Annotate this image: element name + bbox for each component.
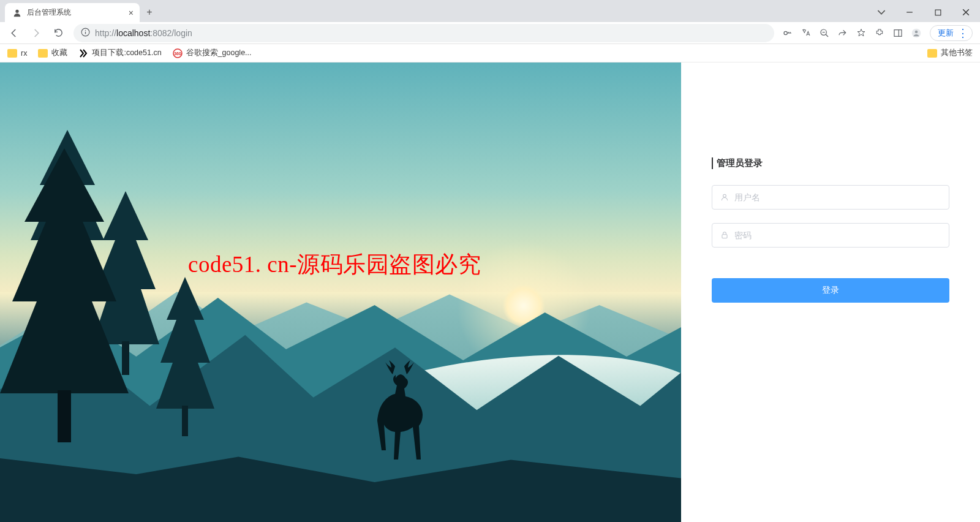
tab-strip: 后台管理系统 × + xyxy=(0,0,980,22)
bookmark-item[interactable]: 项目下载:code51.cn xyxy=(78,48,161,58)
svg-rect-23 xyxy=(182,406,188,436)
svg-rect-25 xyxy=(722,235,727,238)
window-maximize-icon[interactable] xyxy=(924,2,952,22)
svg-marker-20 xyxy=(0,148,129,393)
new-tab-button[interactable]: + xyxy=(140,2,159,22)
watermark-text: code51. cn-源码乐园盗图必究 xyxy=(188,249,481,280)
nav-back-icon[interactable] xyxy=(5,24,23,42)
zoom-icon[interactable] xyxy=(820,28,829,38)
pine-tree xyxy=(156,277,214,436)
window-close-icon[interactable] xyxy=(952,2,980,22)
share-icon[interactable] xyxy=(838,28,848,38)
svg-point-24 xyxy=(723,194,726,197)
svg-line-8 xyxy=(826,34,828,37)
password-key-icon[interactable] xyxy=(783,28,793,38)
nav-reload-icon[interactable] xyxy=(49,24,67,42)
bookmark-item[interactable]: rx xyxy=(7,49,27,58)
tab-title: 后台管理系统 xyxy=(27,7,124,18)
page-content: code51. cn-源码乐园盗图必究 管理员登录 登录 xyxy=(0,62,980,522)
login-title: 管理员登录 xyxy=(712,157,949,169)
bookmark-bar: rx 收藏 项目下载:code51.cn 360谷歌搜索_google... 其… xyxy=(0,44,980,62)
window-controls xyxy=(867,2,980,22)
svg-rect-21 xyxy=(58,390,71,442)
svg-point-0 xyxy=(15,9,18,12)
extensions-icon[interactable] xyxy=(875,28,884,38)
window-dropdown-icon[interactable] xyxy=(867,2,895,22)
profile-avatar-icon[interactable] xyxy=(911,28,921,38)
site-favicon: 360 xyxy=(173,48,183,58)
user-icon xyxy=(720,192,729,202)
svg-point-5 xyxy=(85,29,86,31)
url-text: http://localhost:8082/login xyxy=(95,28,192,38)
site-favicon xyxy=(78,48,88,58)
folder-icon xyxy=(927,49,937,58)
svg-rect-2 xyxy=(935,10,941,15)
address-bar-row: http://localhost:8082/login 更新 ⋮ xyxy=(0,22,980,44)
hero-illustration: code51. cn-源码乐园盗图必究 xyxy=(0,62,681,522)
username-field-wrapper[interactable] xyxy=(712,185,949,210)
tab-close-icon[interactable]: × xyxy=(129,8,134,18)
login-panel: 管理员登录 登录 xyxy=(681,62,980,522)
folder-icon xyxy=(38,49,48,58)
password-field-wrapper[interactable] xyxy=(712,223,949,248)
lock-icon xyxy=(720,230,729,240)
pine-tree xyxy=(0,148,129,442)
window-minimize-icon[interactable] xyxy=(895,2,924,22)
password-input[interactable] xyxy=(734,230,941,240)
svg-text:360: 360 xyxy=(174,51,181,56)
tab-favicon xyxy=(12,8,22,18)
translate-icon[interactable] xyxy=(801,28,811,38)
url-bar[interactable]: http://localhost:8082/login xyxy=(74,24,774,42)
username-input[interactable] xyxy=(734,192,941,202)
svg-marker-22 xyxy=(156,277,214,409)
sidepanel-icon[interactable] xyxy=(893,28,903,38)
folder-icon xyxy=(7,49,17,58)
deer-silhouette xyxy=(361,360,441,467)
bookmark-item[interactable]: 360谷歌搜索_google... xyxy=(173,48,252,58)
svg-point-6 xyxy=(784,31,787,34)
bookmark-item[interactable]: 收藏 xyxy=(38,48,67,58)
login-button[interactable]: 登录 xyxy=(712,278,949,303)
bookmark-star-icon[interactable] xyxy=(856,28,866,38)
update-button[interactable]: 更新 ⋮ xyxy=(930,25,973,41)
svg-rect-10 xyxy=(894,29,902,36)
browser-tab[interactable]: 后台管理系统 × xyxy=(5,3,140,22)
menu-dots-icon: ⋮ xyxy=(957,28,968,39)
other-bookmarks[interactable]: 其他书签 xyxy=(927,48,973,58)
svg-point-13 xyxy=(915,30,918,33)
site-info-icon[interactable] xyxy=(81,28,90,39)
nav-forward-icon[interactable] xyxy=(27,24,45,42)
update-label: 更新 xyxy=(938,28,954,39)
browser-chrome: 后台管理系统 × + http://localhost:8082/login xyxy=(0,0,980,62)
toolbar-icons: 更新 ⋮ xyxy=(780,25,975,41)
